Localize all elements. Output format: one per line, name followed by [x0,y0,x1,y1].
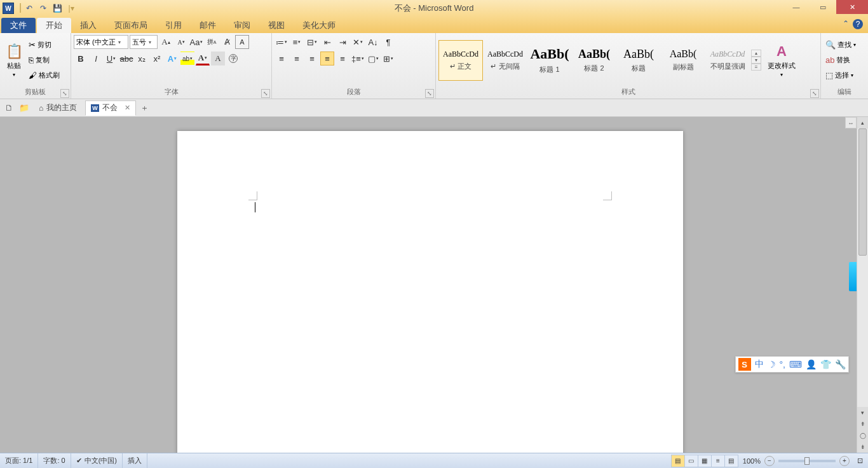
document-page[interactable] [177,131,683,453]
shrink-font-button[interactable]: A▾ [174,35,188,49]
style-item-3[interactable]: AaBb(标题 2 [572,40,616,81]
decrease-indent-button[interactable]: ⇤ [320,35,334,49]
maximize-button[interactable]: ▭ [810,0,836,14]
cut-button[interactable]: ✂剪切 [27,38,62,52]
phonetic-guide-button[interactable]: 拼A [205,35,219,49]
font-color-button[interactable]: A▾ [196,52,210,65]
style-scroll-up[interactable]: ▴ [751,50,761,57]
tab-references[interactable]: 引用 [156,18,191,33]
grow-font-button[interactable]: A▴ [159,35,173,49]
replace-button[interactable]: ab替换 [824,53,858,67]
borders-button[interactable]: ⊞▾ [381,52,395,65]
ime-user-icon[interactable]: 👤 [806,359,817,369]
tab-page-layout[interactable]: 页面布局 [105,18,156,33]
browse-object-button[interactable]: ◯ [857,430,868,441]
selection-pane-toggle[interactable]: ↔ [845,117,857,128]
style-item-1[interactable]: AaBbCcDd↵ 无间隔 [483,40,527,81]
bullets-button[interactable]: ≔▾ [275,35,288,49]
view-print-layout[interactable]: ▤ [671,455,685,467]
clipboard-dialog-launcher[interactable]: ⤡ [60,89,69,98]
status-page[interactable]: 页面: 1/1 [0,453,38,468]
zoom-slider[interactable] [778,460,836,462]
ribbon-minimize-icon[interactable]: ⌃ [843,19,849,29]
tab-view[interactable]: 视图 [259,18,294,33]
document-tab-current[interactable]: W 不会 ✕ [85,100,136,116]
document-canvas[interactable]: ↔ [0,117,857,453]
close-tab-icon[interactable]: ✕ [125,104,130,112]
sort-button[interactable]: A↓ [366,35,380,49]
bold-button[interactable]: B [74,52,88,65]
multilevel-list-button[interactable]: ⊟▾ [305,35,319,49]
view-outline[interactable]: ≡ [711,455,725,467]
ime-keyboard-icon[interactable]: ⌨ [789,359,802,369]
character-border-button[interactable]: A [235,35,249,49]
file-tab[interactable]: 文件 [1,18,36,33]
ime-lang-button[interactable]: 中 [755,359,764,370]
line-spacing-button[interactable]: ‡≡▾ [351,52,365,65]
scroll-down-button[interactable]: ▾ [857,407,868,418]
ime-punct-icon[interactable]: °, [780,359,786,369]
tab-review[interactable]: 审阅 [225,18,259,33]
home-page-tab[interactable]: ⌂我的主页 [33,100,83,116]
open-folder-icon[interactable]: 📁 [18,102,31,114]
zoom-value[interactable]: 100% [743,457,761,465]
italic-button[interactable]: I [89,52,103,65]
zoom-fit-icon[interactable]: ⊡ [857,457,863,465]
tab-beautify[interactable]: 美化大师 [294,18,344,33]
paragraph-dialog-launcher[interactable]: ⤡ [425,89,434,98]
scroll-thumb[interactable] [858,128,867,256]
change-case-button[interactable]: Aa▾ [189,35,203,49]
find-button[interactable]: 🔍查找▾ [824,38,858,52]
format-painter-button[interactable]: 🖌格式刷 [27,69,62,83]
clear-formatting-button[interactable]: A̷ [220,35,234,49]
view-draft[interactable]: ▤ [724,455,738,467]
prev-page-button[interactable]: ⇞ [857,418,868,430]
numbering-button[interactable]: ≡▾ [290,35,304,49]
enclose-characters-button[interactable]: 字 [226,52,240,65]
superscript-button[interactable]: x² [150,52,164,65]
view-full-screen[interactable]: ▭ [684,455,698,467]
align-center-button[interactable]: ≡ [290,52,304,65]
qat-customize-dropdown[interactable]: |▾ [65,2,78,15]
status-insert-mode[interactable]: 插入 [123,453,147,468]
undo-button[interactable]: ↶ [23,2,36,15]
zoom-in-button[interactable]: + [839,456,850,466]
status-language[interactable]: ✔中文(中国) [71,453,123,468]
align-distributed-button[interactable]: ≡ [336,52,349,65]
scroll-up-button[interactable]: ▴ [857,117,868,128]
style-item-5[interactable]: AaBb(副标题 [661,40,705,81]
text-effects-button[interactable]: A▾ [165,52,179,65]
asian-layout-button[interactable]: ✕▾ [351,35,365,49]
font-name-combo[interactable]: 宋体 (中文正▾ [74,35,128,49]
zoom-out-button[interactable]: − [764,456,775,466]
new-tab-button[interactable]: ＋ [139,102,151,114]
zoom-slider-thumb[interactable] [804,457,810,465]
view-web-layout[interactable]: ▦ [698,455,712,467]
close-button[interactable]: ✕ [836,0,868,14]
style-item-4[interactable]: AaBb(标题 [616,40,661,81]
subscript-button[interactable]: x₂ [135,52,149,65]
font-dialog-launcher[interactable]: ⤡ [261,89,270,98]
next-page-button[interactable]: ⇟ [857,441,868,453]
help-icon[interactable]: ? [853,19,863,29]
minimize-button[interactable]: — [783,0,810,14]
ime-sogou-icon[interactable]: S [738,358,751,371]
style-item-6[interactable]: AaBbCcDd不明显强调 [705,40,750,81]
ime-skin-icon[interactable]: 👕 [820,359,831,369]
change-styles-button[interactable]: A 更改样式 ▾ [766,43,797,78]
align-left-button[interactable]: ≡ [275,52,288,65]
save-button[interactable]: 💾 [51,2,64,15]
ime-toolbar[interactable]: S 中 ☽ °, ⌨ 👤 👕 🔧 [735,356,850,373]
character-shading-button[interactable]: A [211,52,225,65]
paste-button[interactable]: 📋 粘贴 ▾ [3,35,25,85]
strikethrough-button[interactable]: abc [119,52,133,65]
scroll-track[interactable] [857,128,868,418]
select-button[interactable]: ⬚选择▾ [824,69,858,83]
redo-button[interactable]: ↷ [37,2,50,15]
ime-moon-icon[interactable]: ☽ [768,359,776,369]
styles-dialog-launcher[interactable]: ⤡ [810,89,819,98]
align-right-button[interactable]: ≡ [305,52,319,65]
show-marks-button[interactable]: ¶ [381,35,395,49]
copy-button[interactable]: ⎘复制 [27,53,62,67]
align-justify-button[interactable]: ≡ [320,52,334,65]
